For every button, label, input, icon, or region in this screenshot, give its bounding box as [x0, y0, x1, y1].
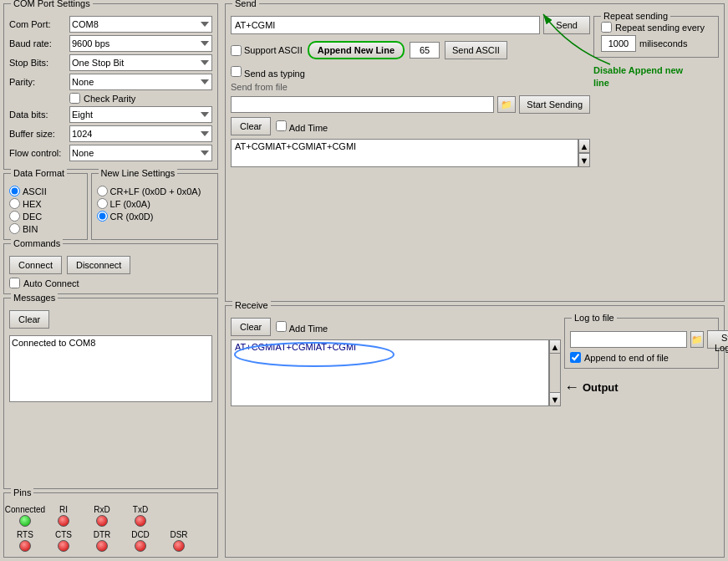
- cr-radio[interactable]: [97, 211, 108, 222]
- com-port-settings-title: COM Port Settings: [11, 0, 93, 8]
- send-from-file-label: Send from file: [231, 82, 288, 92]
- pin-txd: TxD: [125, 505, 156, 527]
- pin-dsr-light: [173, 540, 185, 552]
- pin-dcd: DCD: [125, 530, 156, 552]
- start-logging-button[interactable]: Start Logging: [707, 330, 728, 349]
- dec-radio[interactable]: [9, 211, 20, 222]
- pin-rxd-light: [96, 515, 108, 527]
- pin-connected-light: [19, 515, 31, 527]
- commands-group: Commands Connect Disconnect Auto Connect: [3, 243, 218, 294]
- auto-connect-checkbox[interactable]: [9, 278, 20, 288]
- receive-title: Receive: [232, 300, 271, 310]
- messages-content: Connected to COM8: [9, 335, 212, 402]
- stop-bits-label: Stop Bits:: [9, 58, 69, 68]
- com-port-select[interactable]: COM8: [69, 16, 212, 33]
- log-to-file-group: Log to file 📁 Start Logging Append to en…: [564, 318, 719, 369]
- crlf-label: CR+LF (0x0D + 0x0A): [110, 186, 201, 196]
- pin-connected: Connected: [9, 505, 41, 527]
- dec-label: DEC: [23, 212, 42, 222]
- pin-txd-light: [135, 515, 146, 527]
- start-sending-button[interactable]: Start Sending: [519, 95, 590, 114]
- buffer-size-select[interactable]: 1024: [69, 125, 212, 142]
- add-time-option[interactable]: Add Time: [276, 120, 328, 133]
- flow-control-label: Flow control:: [9, 148, 69, 158]
- send-content-text: AT+CGMIAT+CGMIAT+CGMI: [235, 141, 574, 151]
- bin-radio[interactable]: [9, 223, 20, 234]
- connect-button[interactable]: Connect: [9, 256, 62, 274]
- data-format-title: Data Format: [11, 168, 67, 178]
- pin-rxd: RxD: [86, 505, 118, 527]
- append-to-end-label: Append to end of file: [584, 353, 669, 363]
- repeat-interval-unit: miliseconds: [639, 38, 687, 48]
- receive-scroll-down[interactable]: ▼: [550, 392, 560, 405]
- receive-scrollbar[interactable]: ▲ ▼: [549, 339, 561, 406]
- send-content-area: AT+CGMIAT+CGMIAT+CGMI: [231, 139, 578, 167]
- cr-label: CR (0x0D): [110, 212, 154, 222]
- send-scroll-up[interactable]: ▲: [579, 140, 589, 153]
- pin-cts: CTS: [48, 530, 79, 552]
- send-ascii-button[interactable]: Send ASCII: [445, 41, 507, 59]
- stop-bits-select[interactable]: One Stop Bit: [69, 54, 212, 71]
- send-from-file-input[interactable]: [231, 96, 494, 113]
- commands-title: Commands: [11, 238, 63, 248]
- pin-dtr: DTR: [86, 530, 118, 552]
- pin-rts: RTS: [9, 530, 41, 552]
- receive-group: Receive Clear Add Time A: [225, 305, 725, 558]
- new-line-settings-title: New Line Settings: [99, 168, 178, 178]
- pins-title: Pins: [11, 487, 33, 497]
- support-ascii-checkbox[interactable]: [231, 45, 242, 56]
- num-input[interactable]: [410, 42, 440, 59]
- send-add-time-checkbox[interactable]: [276, 120, 287, 131]
- pin-dsr: DSR: [163, 530, 195, 552]
- crlf-radio[interactable]: [97, 186, 108, 196]
- hex-label: HEX: [23, 199, 42, 209]
- pin-cts-light: [58, 540, 69, 552]
- send-file-browse-button[interactable]: 📁: [497, 96, 516, 113]
- hex-radio[interactable]: [9, 198, 20, 209]
- annotation-arrow: [518, 0, 619, 73]
- flow-control-select[interactable]: None: [69, 145, 212, 161]
- data-bits-label: Data bits:: [9, 110, 69, 120]
- disconnect-button[interactable]: Disconnect: [67, 256, 130, 274]
- log-browse-icon: 📁: [691, 334, 703, 345]
- baud-rate-select[interactable]: 9600 bps: [69, 35, 212, 52]
- com-port-settings: COM Port Settings Com Port: COM8 Baud ra…: [3, 3, 218, 170]
- auto-connect-label: Auto Connect: [23, 278, 79, 288]
- browse-icon: 📁: [501, 99, 512, 110]
- lf-label: LF (0x0A): [110, 199, 150, 209]
- baud-rate-label: Baud rate:: [9, 38, 69, 48]
- buffer-size-label: Buffer size:: [9, 129, 69, 139]
- messages-title: Messages: [11, 293, 58, 303]
- data-format-group: Data Format ASCII HEX DEC: [3, 173, 88, 240]
- send-as-typing-checkbox[interactable]: [231, 66, 242, 77]
- send-as-typing-option[interactable]: Send as typing: [231, 66, 305, 79]
- receive-add-time-checkbox[interactable]: [276, 321, 287, 332]
- data-bits-select[interactable]: Eight: [69, 106, 212, 123]
- pin-dtr-light: [96, 540, 108, 552]
- com-port-label: Com Port:: [9, 19, 69, 29]
- receive-add-time-option[interactable]: Add Time: [276, 321, 328, 334]
- messages-clear-button[interactable]: Clear: [9, 310, 49, 329]
- log-file-browse-button[interactable]: 📁: [690, 331, 704, 348]
- lf-radio[interactable]: [97, 198, 108, 209]
- check-parity-checkbox[interactable]: [69, 93, 80, 104]
- send-clear-button[interactable]: Clear: [231, 117, 271, 135]
- pin-ri-light: [58, 515, 69, 527]
- receive-clear-button[interactable]: Clear: [231, 318, 271, 336]
- new-line-settings-group: New Line Settings CR+LF (0x0D + 0x0A) LF…: [91, 173, 218, 240]
- send-scrollbar[interactable]: ▲ ▼: [578, 139, 590, 167]
- receive-scroll-up[interactable]: ▲: [550, 340, 560, 354]
- output-annotation: Output: [583, 381, 619, 394]
- bin-label: BIN: [23, 224, 38, 234]
- check-parity-label: Check Parity: [84, 94, 135, 104]
- pin-dcd-light: [135, 540, 146, 552]
- log-file-input[interactable]: [570, 331, 687, 348]
- messages-group: Messages Clear Connected to COM8: [3, 298, 218, 489]
- append-to-end-checkbox[interactable]: [570, 352, 581, 363]
- support-ascii-option[interactable]: Support ASCII: [231, 45, 303, 56]
- send-scroll-down[interactable]: ▼: [579, 153, 589, 166]
- send-input[interactable]: [231, 16, 540, 34]
- parity-select[interactable]: None: [69, 74, 212, 90]
- append-new-line-button[interactable]: Append New Line: [308, 41, 405, 59]
- ascii-radio[interactable]: [9, 186, 20, 196]
